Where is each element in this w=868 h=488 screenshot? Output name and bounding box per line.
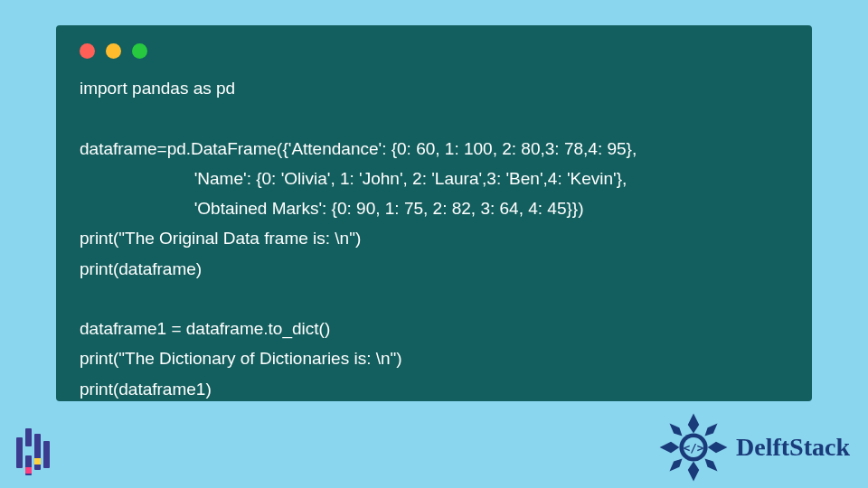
- maximize-icon: [132, 43, 147, 59]
- minimize-icon: [106, 43, 121, 59]
- svg-marker-4: [669, 423, 682, 436]
- brand-name: DelftStack: [736, 433, 850, 462]
- svg-marker-5: [704, 423, 717, 436]
- svg-marker-7: [704, 458, 717, 471]
- svg-marker-0: [688, 414, 699, 434]
- brand-logo: </> DelftStack: [658, 412, 850, 483]
- code-window: import pandas as pd dataframe=pd.DataFra…: [56, 25, 812, 401]
- logo-left-icon: [13, 428, 56, 475]
- close-icon: [80, 43, 95, 59]
- svg-marker-1: [688, 462, 699, 482]
- ornament-icon: </>: [658, 412, 729, 483]
- svg-marker-6: [669, 458, 682, 471]
- svg-text:</>: </>: [684, 441, 704, 455]
- macos-title-bar: [80, 43, 788, 59]
- code-block: import pandas as pd dataframe=pd.DataFra…: [80, 73, 788, 404]
- svg-marker-3: [708, 442, 728, 453]
- svg-marker-2: [660, 442, 680, 453]
